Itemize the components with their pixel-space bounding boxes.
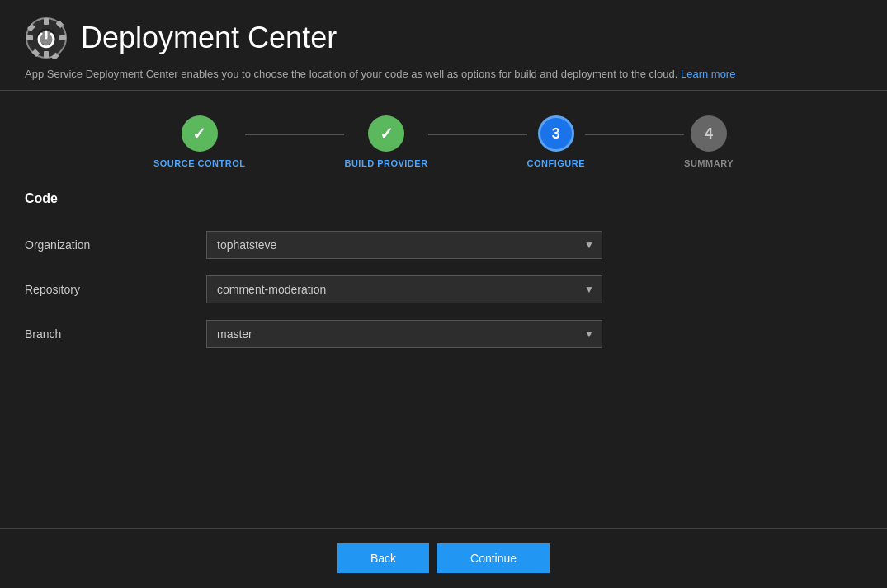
branch-control: master ▼ xyxy=(206,312,701,356)
organization-control: tophatsteve ▼ xyxy=(206,223,701,267)
step-circle-configure: 3 xyxy=(538,115,574,152)
gear-icon xyxy=(25,16,68,59)
branch-select[interactable]: master xyxy=(206,320,602,348)
form-grid: Organization tophatsteve ▼ Repository co… xyxy=(25,223,701,356)
step-label-source-control: SOURCE CONTROL xyxy=(153,158,246,168)
footer: Back Continue xyxy=(0,528,887,588)
header: Deployment Center App Service Deployment… xyxy=(0,0,887,91)
step-circle-build-provider: ✓ xyxy=(368,115,404,152)
section-title: Code xyxy=(25,191,862,206)
header-description: App Service Deployment Center enables yo… xyxy=(25,68,862,80)
checkmark-icon-2: ✓ xyxy=(380,124,394,143)
step-source-control: ✓ SOURCE CONTROL xyxy=(153,115,246,168)
repository-select-wrapper: comment-moderation ▼ xyxy=(206,275,602,303)
organization-select-wrapper: tophatsteve ▼ xyxy=(206,231,602,259)
step-label-summary: SUMMARY xyxy=(684,158,734,168)
svg-rect-4 xyxy=(59,35,66,40)
branch-label: Branch xyxy=(25,312,206,356)
repository-control: comment-moderation ▼ xyxy=(206,267,701,312)
connector-2 xyxy=(428,134,527,135)
checkmark-icon: ✓ xyxy=(192,124,206,143)
stepper: ✓ SOURCE CONTROL ✓ BUILD PROVIDER 3 CONF… xyxy=(25,91,862,191)
back-button[interactable]: Back xyxy=(337,543,429,573)
organization-select[interactable]: tophatsteve xyxy=(206,231,602,259)
svg-rect-2 xyxy=(44,51,49,58)
step-number-summary: 4 xyxy=(705,125,713,143)
svg-rect-3 xyxy=(26,35,33,40)
page-title: Deployment Center xyxy=(81,21,337,55)
learn-more-link[interactable]: Learn more xyxy=(681,68,735,80)
step-configure: 3 CONFIGURE xyxy=(527,115,586,168)
step-build-provider: ✓ BUILD PROVIDER xyxy=(344,115,427,168)
connector-1 xyxy=(245,134,344,135)
step-number-configure: 3 xyxy=(552,125,560,143)
step-circle-source-control: ✓ xyxy=(182,115,218,152)
organization-label: Organization xyxy=(25,223,206,267)
svg-rect-1 xyxy=(44,18,49,25)
code-section: Code Organization tophatsteve ▼ Reposito… xyxy=(25,191,862,356)
step-label-build-provider: BUILD PROVIDER xyxy=(344,158,427,168)
continue-button[interactable]: Continue xyxy=(437,543,550,573)
connector-3 xyxy=(585,134,684,135)
step-label-configure: CONFIGURE xyxy=(527,158,586,168)
step-summary: 4 SUMMARY xyxy=(684,115,734,168)
step-circle-summary: 4 xyxy=(691,115,727,152)
branch-select-wrapper: master ▼ xyxy=(206,320,602,348)
repository-select[interactable]: comment-moderation xyxy=(206,275,602,303)
repository-label: Repository xyxy=(25,267,206,312)
main-content: ✓ SOURCE CONTROL ✓ BUILD PROVIDER 3 CONF… xyxy=(0,91,887,528)
